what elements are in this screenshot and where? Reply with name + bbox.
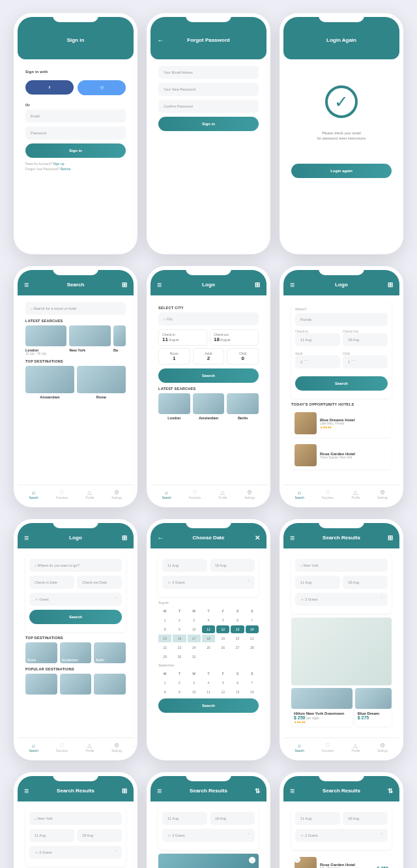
checkin-box[interactable]: Check-in11 August [158,329,207,346]
back-icon[interactable]: ← [157,37,164,44]
checkout-input[interactable]: 18 Aug [343,333,388,346]
date-from[interactable]: 11 Aug [162,559,207,572]
nav-favorites[interactable]: ♡Favorites [322,489,334,500]
date-to[interactable]: 18 Aug [210,559,255,572]
map[interactable] [291,618,392,685]
new-password-field[interactable]: Your New Password [158,83,259,96]
close-icon[interactable]: ✕ [255,534,260,541]
child-stepper[interactable]: 1 ˄ ˅ [343,355,388,368]
hotel-card[interactable]: Rose Garden HotelTimes Square, New York [291,441,392,470]
search-card[interactable]: New York [69,325,110,355]
email-field[interactable]: Email [25,110,126,123]
checkin-input[interactable]: 11 Aug [295,333,340,346]
menu-icon[interactable]: ≡ [24,786,29,796]
nav-favorites[interactable]: ♡Favorites [189,489,201,500]
nav-profile[interactable]: △Profile [85,489,94,500]
checkout-input[interactable]: Check-out Date [77,576,122,589]
date-from[interactable]: 11 Aug [29,829,74,842]
date-to[interactable]: 18 Aug [210,812,255,825]
calendar-sept[interactable]: MTWTFSS1234567891011121314 [158,670,259,696]
map-icon[interactable]: ⊞ [388,281,393,288]
date-from[interactable]: 11 Aug [295,812,340,825]
destination-card[interactable] [60,674,92,695]
date-to[interactable]: 18 Aug [77,829,122,842]
destination-card[interactable]: Rome [77,366,126,399]
signup-link[interactable]: Sign up [53,162,65,166]
facebook-button[interactable]: f [25,80,74,95]
search-card[interactable]: London [158,393,190,420]
nav-search[interactable]: ⌕Search [162,489,171,500]
twitter-button[interactable]: ♡ [78,80,126,95]
retrive-link[interactable]: Retrive [60,167,70,171]
hotel-card[interactable]: ♡Rose Garden Hotel8.5 - 36 reviews★★★★★$… [291,854,392,868]
city-input[interactable]: Florida [295,313,388,326]
destination-card[interactable] [94,674,126,695]
destination-card[interactable] [25,674,57,695]
map-icon[interactable]: ⊞ [122,281,127,288]
date-from[interactable]: 11 Aug [162,812,207,825]
login-again-button[interactable]: Login again [291,164,392,178]
menu-icon[interactable]: ≡ [24,533,29,543]
room-stepper[interactable]: Room1 [158,348,190,365]
date-from[interactable]: 11 Aug [295,576,340,589]
map-icon[interactable]: ⊞ [255,281,260,288]
back-icon[interactable]: ← [157,534,164,541]
nav-search[interactable]: ⌕Search [29,742,38,753]
search-input[interactable]: ⌕ Search for a resort or hotel [25,302,126,315]
nav-favorites[interactable]: ♡Favorites [56,489,68,500]
result-card[interactable]: ♡ Blue Dreams Hotel$ 250per night ★★★★★ [158,854,259,868]
destination-card[interactable]: Amsterdam [25,366,74,399]
filter-icon[interactable]: ⇅ [388,787,393,794]
guest-input[interactable]: ☺ 2 Guest ˅ [29,846,122,859]
result-card[interactable]: Blue Dream$ 275 [355,688,392,726]
map-icon[interactable]: ⊞ [122,534,127,541]
menu-icon[interactable]: ≡ [290,280,295,290]
nav-settings[interactable]: ⚙Settings [377,742,388,753]
search-button[interactable]: Search [158,698,259,713]
sign-in-button[interactable]: Sign in [158,117,259,131]
guest-input[interactable]: ☺ 2 Guest ˅ [295,593,388,606]
calendar[interactable]: MTWTFSS123456789101112131415161718192021… [158,607,259,661]
search-card[interactable]: Amsterdam [193,393,225,420]
nav-favorites[interactable]: ♡Favorites [322,742,334,753]
favorite-icon[interactable]: ♡ [249,857,255,863]
guest-input[interactable]: ☺ 2 Guest ˅ [162,829,255,842]
destination-card[interactable]: Amsterdam [60,642,92,663]
favorite-icon[interactable]: ♡ [294,856,300,863]
map-icon[interactable]: ⊞ [388,534,393,541]
menu-icon[interactable]: ≡ [157,786,162,796]
hotel-card[interactable]: Blue Dreams HotelLake Mary, Florida★★★★★ [291,409,392,438]
checkin-input[interactable]: Check-in Date [29,576,74,589]
guest-input[interactable]: ☺ Guest ˅ [29,593,122,606]
nav-settings[interactable]: ⚙Settings [111,742,122,753]
where-input[interactable]: ⌕ Where do you want to go? [29,559,122,572]
nav-settings[interactable]: ⚙Settings [244,489,255,500]
date-to[interactable]: 18 Aug [343,576,388,589]
search-button[interactable]: Search [295,376,388,391]
city-input[interactable]: ⌕ City [158,312,259,325]
nav-profile[interactable]: △Profile [351,742,360,753]
menu-icon[interactable]: ≡ [157,280,162,290]
guest-input[interactable]: ☺ 2 Guest ˄ [162,576,255,589]
adult-stepper[interactable]: Adult2 [193,348,225,365]
menu-icon[interactable]: ≡ [290,533,295,543]
menu-icon[interactable]: ≡ [290,786,295,796]
result-card[interactable]: Hilton New York Downtown$ 250 per night★… [291,688,352,726]
nav-favorites[interactable]: ♡Favorites [56,742,68,753]
nav-search[interactable]: ⌕Search [29,489,38,500]
email-field[interactable]: Your Email Adress [158,66,259,79]
nav-search[interactable]: ⌕Search [295,742,304,753]
nav-profile[interactable]: △Profile [218,489,227,500]
nav-settings[interactable]: ⚙Settings [377,489,388,500]
search-button[interactable]: Search [29,610,122,624]
destination-card[interactable]: Rome [25,642,57,663]
date-to[interactable]: 18 Aug [343,812,388,825]
checkout-box[interactable]: Check-out18 August [210,329,259,346]
search-card[interactable]: Berlin [227,393,259,420]
confirm-password-field[interactable]: Confirm Password [158,100,259,113]
sign-in-button[interactable]: Sign in [25,143,126,158]
search-card[interactable]: London10 July - 20 July [25,325,66,355]
nav-settings[interactable]: ⚙Settings [111,489,122,500]
nav-profile[interactable]: △Profile [85,742,94,753]
child-stepper[interactable]: Child0 [227,348,259,365]
